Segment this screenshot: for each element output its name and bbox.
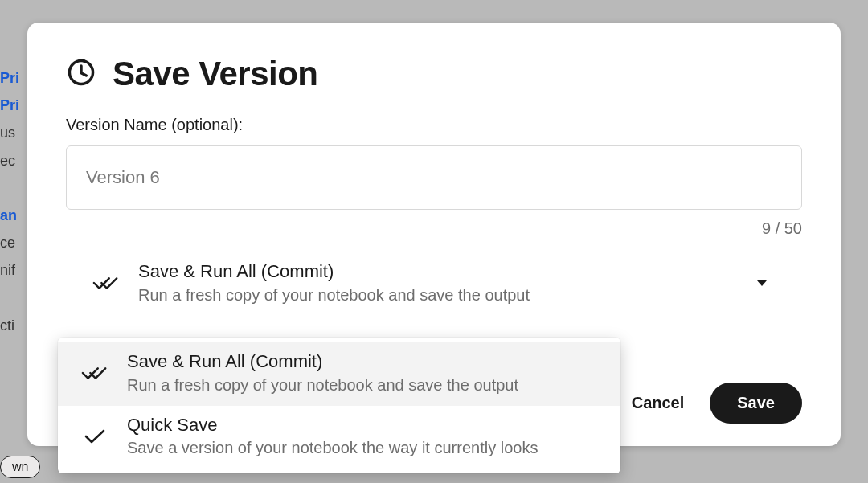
double-check-icon [92, 274, 121, 292]
option-subtitle: Run a fresh copy of your notebook and sa… [127, 375, 603, 396]
save-mode-selected-text: Save & Run All (Commit) Run a fresh copy… [138, 260, 733, 306]
modal-title: Save Version [113, 55, 318, 93]
option-quick-save[interactable]: Quick Save Save a version of your notebo… [58, 406, 620, 469]
modal-actions: Cancel Save [628, 383, 802, 424]
cancel-button[interactable]: Cancel [628, 389, 688, 417]
modal-header: Save Version [66, 55, 802, 93]
selected-option-subtitle: Run a fresh copy of your notebook and sa… [138, 284, 733, 306]
option-subtitle: Save a version of your notebook the way … [127, 437, 603, 459]
check-icon [80, 428, 109, 445]
background-partial-text: Pri Pri us ec an ce nif cti [0, 0, 27, 339]
double-check-icon [80, 364, 109, 382]
option-title: Quick Save [127, 414, 603, 437]
option-title: Save & Run All (Commit) [127, 350, 603, 374]
char-count: 9 / 50 [66, 219, 802, 238]
chevron-down-icon [757, 280, 767, 286]
save-button[interactable]: Save [710, 383, 802, 424]
save-mode-dropdown: Save & Run All (Commit) Run a fresh copy… [58, 338, 620, 473]
option-save-run-all[interactable]: Save & Run All (Commit) Run a fresh copy… [58, 342, 620, 406]
history-icon [66, 57, 96, 91]
save-mode-select[interactable]: Save & Run All (Commit) Run a fresh copy… [66, 256, 802, 311]
selected-option-title: Save & Run All (Commit) [138, 260, 733, 284]
background-pill: wn [0, 456, 40, 478]
version-name-input[interactable] [66, 145, 802, 210]
version-name-label: Version Name (optional): [66, 116, 802, 134]
